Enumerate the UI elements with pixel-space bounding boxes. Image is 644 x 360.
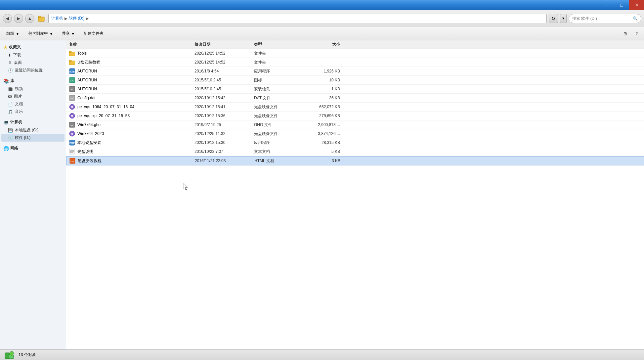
status-count: 13 个对象 (19, 352, 36, 358)
forward-button[interactable]: ▶ (14, 14, 23, 23)
sidebar-item-video[interactable]: 🎬 视频 (1, 85, 64, 93)
file-name-cell: 光盘说明 (69, 148, 194, 155)
table-row[interactable]: INF AUTORUN 2015/5/10 2:45 安装信息 1 KB (66, 85, 644, 94)
file-name: pe_yqs_1064_20_07_31_16_04 (77, 105, 134, 109)
sidebar-item-documents[interactable]: 📄 文档 (1, 100, 64, 108)
file-type: 应用程序 (254, 140, 300, 146)
library-header[interactable]: 📚 库 (1, 77, 64, 85)
file-name: pe_yqs_xp_20_07_31_15_53 (77, 113, 130, 118)
file-icon (69, 50, 75, 57)
file-size: 1,926 KB (300, 69, 340, 73)
download-label: 下载 (13, 52, 21, 58)
col-header-date[interactable]: 修改日期 (194, 42, 254, 47)
organize-button[interactable]: 组织 ▼ (3, 29, 23, 39)
library-icon: 📚 (3, 78, 9, 84)
include-library-button[interactable]: 包含到库中 ▼ (24, 29, 57, 39)
table-row[interactable]: ISO Win7x64_2020 2020/12/25 11:32 光盘映像文件… (66, 129, 644, 138)
star-icon: ★ (3, 45, 8, 50)
breadcrumb-bar[interactable]: 计算机 ▶ 软件 (D:) ▶ (48, 14, 547, 23)
sidebar-item-software-drive[interactable]: 💿 软件 (D:) (1, 134, 64, 142)
software-drive-icon: 💿 (8, 136, 13, 140)
library-section: 📚 库 🎬 视频 🖼 图片 📄 文档 🎵 音乐 (1, 77, 64, 115)
table-row[interactable]: GHO Win7x64.gho 2019/9/7 19:25 GHO 文件 2,… (66, 120, 644, 129)
file-size: 5 KB (300, 149, 340, 154)
col-header-name[interactable]: 名称 (69, 42, 194, 47)
address-dropdown-button[interactable]: ▼ (560, 14, 567, 23)
file-type: 安装信息 (254, 86, 300, 92)
sidebar-item-music[interactable]: 🎵 音乐 (1, 108, 64, 115)
computer-section: 💻 计算机 💾 本地磁盘 (C:) 💿 软件 (D:) (1, 118, 64, 142)
minimize-button[interactable]: ─ (599, 0, 614, 10)
table-row[interactable]: EXE 本地硬盘安装 2020/10/12 15:30 应用程序 28,315 … (66, 138, 644, 147)
sidebar-item-download[interactable]: ⬇ 下载 (1, 51, 64, 59)
file-list-container: 名称 修改日期 类型 大小 Tools 2020/12/25 14:52 文件夹… (66, 40, 644, 349)
search-icon: 🔍 (633, 16, 638, 21)
col-header-size[interactable]: 大小 (300, 42, 340, 47)
main-container: ★ 收藏夹 ⬇ 下载 🖥 桌面 🕐 最近访问的位置 📚 库 � (0, 40, 644, 349)
file-name: AUTORUN (77, 87, 97, 91)
local-disk-icon: 💾 (8, 128, 13, 133)
table-row[interactable]: ISO pe_yqs_xp_20_07_31_15_53 2020/10/12 … (66, 112, 644, 120)
file-name-cell: DAT Config.dat (69, 95, 194, 101)
breadcrumb-drive[interactable]: 软件 (D:) (69, 16, 84, 21)
file-date: 2020/12/25 14:52 (194, 60, 254, 65)
file-name: AUTORUN (77, 69, 97, 73)
table-row[interactable]: EXE AUTORUN 2016/1/8 4:54 应用程序 1,926 KB (66, 67, 644, 76)
table-row[interactable]: U盘安装教程 2020/12/25 14:52 文件夹 (66, 58, 644, 67)
maximize-button[interactable]: □ (614, 0, 629, 10)
sidebar-item-desktop[interactable]: 🖥 桌面 (1, 59, 64, 67)
toolbar: 组织 ▼ 包含到库中 ▼ 共享 ▼ 新建文件夹 ⊞ ? (0, 27, 644, 40)
favorites-header[interactable]: ★ 收藏夹 (1, 43, 64, 51)
help-button[interactable]: ? (632, 29, 641, 39)
file-date: 2020/12/25 14:52 (194, 51, 254, 56)
file-date: 2016/11/21 22:03 (195, 158, 254, 163)
col-header-type[interactable]: 类型 (254, 42, 300, 47)
file-name: Tools (77, 51, 87, 56)
address-bar: ◀ ▶ ▲ 计算机 ▶ 软件 (D:) ▶ ↻ ▼ 🔍 (0, 10, 644, 27)
svg-text:DAT: DAT (70, 98, 74, 100)
file-size: 3,874,126 ... (300, 131, 340, 136)
table-row[interactable]: HTML 硬盘安装教程 2016/11/21 22:03 HTML 文档 3 K… (66, 156, 644, 165)
file-date: 2020/10/12 15:41 (194, 105, 254, 109)
desktop-icon: 🖥 (8, 61, 12, 65)
file-size: 10 KB (300, 78, 340, 82)
documents-label: 文档 (15, 101, 23, 107)
file-name: 硬盘安装教程 (78, 158, 102, 164)
file-icon: ISO (69, 112, 75, 119)
file-icon: ISO (69, 104, 75, 110)
search-input[interactable] (572, 16, 631, 21)
video-icon: 🎬 (8, 87, 13, 91)
breadcrumb-computer[interactable]: 计算机 (51, 16, 63, 21)
table-row[interactable]: ISO pe_yqs_1064_20_07_31_16_04 2020/10/1… (66, 103, 644, 112)
table-row[interactable]: 光盘说明 2016/10/23 7:07 文本文档 5 KB (66, 147, 644, 156)
new-folder-label: 新建文件夹 (84, 31, 104, 36)
sidebar-item-pictures[interactable]: 🖼 图片 (1, 93, 64, 100)
table-row[interactable]: Tools 2020/12/25 14:52 文件夹 (66, 49, 644, 58)
file-type: 图标 (254, 77, 300, 83)
file-type: 文本文档 (254, 149, 300, 155)
pictures-label: 图片 (14, 94, 22, 99)
network-header[interactable]: 🌐 网络 (1, 144, 64, 153)
views-button[interactable]: ⊞ (620, 29, 630, 39)
file-name: U盘安装教程 (77, 60, 100, 65)
file-date: 2015/5/10 2:45 (194, 78, 254, 82)
svg-text:HTML: HTML (70, 160, 75, 162)
back-button[interactable]: ◀ (3, 14, 12, 23)
include-library-label: 包含到库中 (28, 31, 48, 36)
sidebar-item-recent[interactable]: 🕐 最近访问的位置 (1, 67, 64, 74)
share-button[interactable]: 共享 ▼ (58, 29, 79, 39)
svg-text:ISO: ISO (71, 106, 73, 108)
search-box[interactable]: 🔍 (569, 14, 641, 23)
close-button[interactable]: ✕ (629, 0, 644, 10)
share-label: 共享 (62, 31, 70, 36)
svg-text:GHO: GHO (70, 124, 74, 126)
new-folder-button[interactable]: 新建文件夹 (80, 29, 107, 39)
table-row[interactable]: ICO AUTORUN 2015/5/10 2:45 图标 10 KB (66, 76, 644, 85)
sidebar-item-local-disk[interactable]: 💾 本地磁盘 (C:) (1, 126, 64, 134)
up-button[interactable]: ▲ (25, 14, 34, 23)
computer-header[interactable]: 💻 计算机 (1, 118, 64, 126)
table-row[interactable]: DAT Config.dat 2020/10/12 15:42 DAT 文件 3… (66, 94, 644, 103)
refresh-button[interactable]: ↻ (549, 14, 558, 23)
file-size: 652,072 KB (300, 105, 340, 109)
desktop-label: 桌面 (14, 60, 22, 66)
